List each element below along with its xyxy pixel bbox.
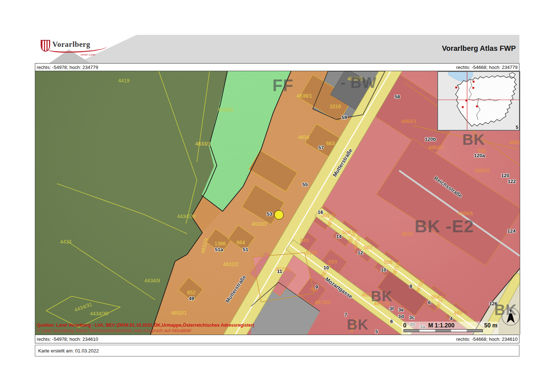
inset-sheet-number: 5 (516, 124, 518, 130)
zone-label: BK (371, 288, 393, 305)
zone-label: BK -E2 (414, 216, 474, 236)
parcel-line (57, 184, 187, 234)
house-number-label: 3c (409, 315, 414, 320)
logo-text: Vorarlberg (52, 40, 90, 49)
page: Vorarlberg unser Land Vorarlberg Atlas F… (0, 0, 555, 392)
coordinate-bar-top: rechts: -54978; hoch: 234779 rechts: -54… (35, 63, 519, 71)
map-surface[interactable]: 44194434/64434/2944334434/94434/314434/3… (35, 71, 520, 335)
house-number-label: 122 (508, 179, 516, 184)
house-number-label: 6 (428, 300, 431, 305)
parcel-number-label: 4873/3 (315, 299, 331, 305)
parcel-line (252, 253, 314, 302)
house-number-label: 120a (474, 153, 485, 158)
footer-empty-box (116, 345, 519, 356)
parcel-number-label: 663 (326, 140, 335, 146)
house-number-label: 3f (389, 306, 394, 311)
house-number-label: 5 (375, 329, 378, 334)
parcel-line (159, 71, 197, 224)
house-number-label: 16 (317, 209, 323, 215)
map-created-date-box: Karte erstellt am: 01.03.2022 (35, 345, 117, 356)
parcel-number-label: 4419 (118, 78, 129, 83)
house-number-label: 8 (409, 283, 412, 289)
logo-subtext: unser Land (81, 53, 95, 56)
parcel-number-label: 506 (384, 259, 392, 265)
house-number-label: 120 (501, 173, 510, 178)
coord-bottom-right: rechts: -54668; hoch: 234610 (456, 336, 518, 342)
parcel-number-label: 4434/6 (218, 107, 234, 113)
parcel-number-label: 4434/30 (90, 311, 109, 317)
zone-label: - BW (340, 74, 377, 91)
house-number-label: 3d (398, 314, 404, 319)
house-number-label: 51 (243, 247, 248, 252)
house-number-label: 49 (189, 296, 194, 301)
vorarlberg-logo: Vorarlberg unser Land (40, 38, 134, 60)
parcel-number-label: 4434/9 (145, 278, 160, 283)
parcel-line (68, 242, 155, 300)
house-number-label: 55 (302, 182, 308, 187)
page-title: Vorarlberg Atlas FWP (442, 44, 516, 53)
parcel-number-label: 1366 (214, 241, 226, 246)
parcel-number-label: 4866/6 (458, 211, 473, 216)
house-number-label: 10 (323, 265, 329, 270)
scalebar-zero-label: 0 (403, 322, 406, 329)
scalebar-segments (404, 329, 483, 332)
parcel-number-label: 1016 (329, 103, 341, 109)
house-number-label: 12 (357, 250, 363, 256)
house-number-label: 51a (215, 247, 223, 252)
scalebar-scale-label: M 1:1.200 (428, 322, 454, 329)
poi-marker-dot[interactable] (274, 210, 284, 220)
overview-inset-map[interactable]: 5 (437, 71, 520, 131)
parcel-number-label: 4864/2 (429, 144, 444, 150)
parcel-number-label: 4834 (298, 134, 309, 140)
inset-map-graphic (438, 72, 519, 130)
parcel-number-label: 643 (300, 237, 308, 243)
zone-label: BK (462, 131, 485, 148)
parcel-number-label: 4833/1 (195, 141, 211, 147)
parcel-number-label: 693 (328, 259, 337, 265)
attribution-disclaimer: © Land Vorarlberg: Keine Rechtsverbindli… (37, 328, 254, 334)
parcel-number-label: 4839/1 (297, 93, 312, 99)
zone-label: FF (272, 75, 293, 95)
parcel-number-label: 4862 (509, 139, 520, 145)
scalebar-distance-label: 50 m (484, 322, 497, 329)
parcel-number-label: 652 (187, 290, 195, 295)
svg-text:N: N (510, 311, 512, 314)
house-number-label: 6 (390, 319, 393, 324)
house-number-label: 11 (277, 269, 282, 274)
parcel-number-label: 4832/1 (171, 310, 187, 316)
house-number-label: 3e (398, 307, 404, 313)
parcel-number-label: 4833/2 (252, 221, 267, 227)
north-arrow-icon: N (501, 307, 520, 326)
parcel-number-label: 508 (342, 229, 351, 235)
header: Vorarlberg unser Land Vorarlberg Atlas F… (35, 35, 519, 63)
house-number-label: 58 (394, 94, 400, 99)
coord-top-right: rechts: -54668; hoch: 234779 (456, 65, 518, 70)
parcel-line (197, 71, 210, 162)
parcel-number-label: 4870 (401, 231, 413, 237)
house-number-label: 14 (336, 234, 341, 239)
parcel-number-label: 4864/1 (401, 118, 417, 124)
parcel-number-label: 4863/2 (475, 168, 490, 173)
coordinate-bar-bottom: rechts: -54978; hoch: 234610 rechts: -54… (35, 335, 519, 343)
attribution-sources: Quellen: Land Vorarlberg - LVA, BEV (DKM… (37, 323, 254, 328)
parcel-number-label: 507 (364, 245, 372, 250)
house-number-label: 4 (450, 316, 453, 321)
house-number-label: 9 (315, 284, 318, 290)
parcel-number-label: 4434/29 (177, 213, 196, 219)
parcel-number-label: 4832/2 (223, 261, 239, 267)
vorarlberg-outline (455, 75, 516, 126)
parcel-number-label: 489 (454, 310, 462, 316)
house-number-label: 59 (341, 115, 347, 120)
house-number-label: 120b (425, 136, 436, 142)
coord-bottom-left: rechts: -54978; hoch: 234610 (37, 336, 98, 342)
zone-label: BK (347, 317, 369, 333)
house-number-label: 124 (507, 228, 516, 234)
coord-top-left: rechts: -54978; hoch: 234779 (37, 65, 98, 70)
kleinwalsertal-outline (509, 73, 515, 77)
parcel-number-label: 664 (236, 240, 245, 245)
attribution: Quellen: Land Vorarlberg - LVA, BEV (DKM… (37, 323, 254, 334)
parcel-number-label: 5195 (306, 250, 317, 256)
house-number-label: 53 (267, 211, 272, 217)
map-created-date: Karte erstellt am: 01.03.2022 (38, 348, 99, 354)
house-number-label: 57 (318, 145, 324, 150)
